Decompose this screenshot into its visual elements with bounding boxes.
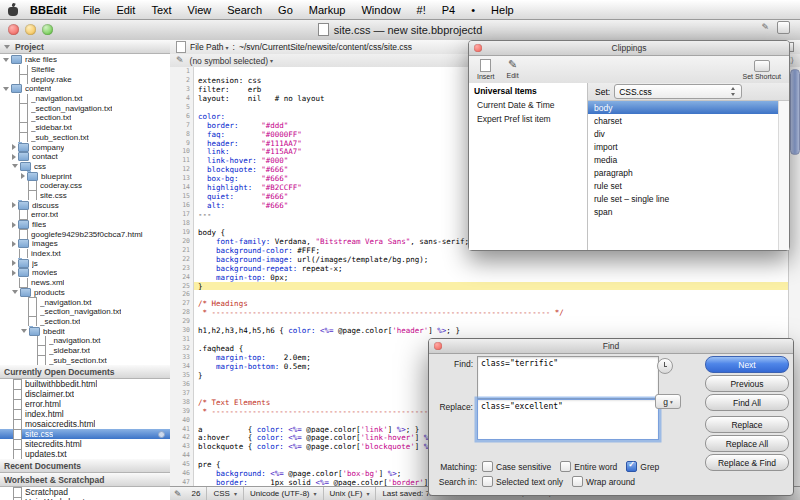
clipping-item-media[interactable]: media — [588, 153, 779, 166]
tree-item-googlefe9429b235f0cbca7-html[interactable]: googlefe9429b235f0cbca7.html — [0, 229, 170, 239]
apple-menu-icon[interactable] — [8, 3, 18, 16]
close-button[interactable] — [474, 44, 482, 52]
grep-patterns-button[interactable]: g▾ — [655, 394, 681, 409]
find-all-button[interactable]: Find All — [705, 394, 789, 411]
checkbox-checked-icon[interactable] — [626, 461, 637, 472]
worksheet-item-scratchpad[interactable]: Scratchpad — [0, 487, 170, 497]
tree-item-section-navigation-txt[interactable]: _section_navigation.txt — [0, 103, 170, 113]
line-endings-popup[interactable]: Unix (LF)▾ — [324, 487, 377, 500]
menu-item-search[interactable]: Search — [219, 0, 270, 19]
tree-item-sidebar-txt[interactable]: _sidebar.txt — [0, 123, 170, 133]
clippings-titlebar[interactable]: Clippings — [469, 41, 789, 56]
disclosure-closed-icon[interactable] — [21, 173, 25, 179]
checkbox-entire-word[interactable]: Entire word — [560, 461, 617, 472]
code-line-23[interactable]: background-repeat: repeat-x; — [194, 264, 789, 273]
open-document-index-html[interactable]: index.html — [0, 409, 170, 419]
menu-item-view[interactable]: View — [180, 0, 220, 19]
tree-item-rake-files[interactable]: rake files — [0, 55, 170, 65]
encoding-popup[interactable]: Unicode (UTF-8)▾ — [244, 487, 324, 500]
code-line-25[interactable]: } — [194, 282, 789, 291]
open-document-disclaimer-txt[interactable]: disclaimer.txt — [0, 389, 170, 399]
disclosure-open-icon[interactable] — [21, 329, 27, 333]
code-line-27[interactable]: /* Headings — [194, 299, 789, 308]
tree-item-site-css[interactable]: site.css — [0, 191, 170, 201]
close-button[interactable] — [434, 342, 442, 350]
recent-documents-header[interactable]: Recent Documents — [0, 459, 170, 473]
tree-item-contact[interactable]: contact — [0, 152, 170, 162]
tree-item-blueprint[interactable]: blueprint — [0, 171, 170, 181]
disclosure-closed-icon[interactable] — [12, 154, 16, 160]
clipping-item-charset[interactable]: charset — [588, 114, 779, 127]
clipping-item-paragraph[interactable]: paragraph — [588, 166, 779, 179]
open-document-builtwithbbedit-html[interactable]: builtwithbbedit.html — [0, 379, 170, 389]
code-line-22[interactable]: background-image: url(/images/template/b… — [194, 255, 789, 264]
disclosure-closed-icon[interactable] — [12, 222, 16, 228]
tree-item-discuss[interactable]: discuss — [0, 200, 170, 210]
open-document-mosaiccredits-html[interactable]: mosaiccredits.html — [0, 419, 170, 429]
set-shortcut-button[interactable]: Set Shortcut — [742, 58, 781, 80]
disclosure-open-icon[interactable] — [3, 58, 9, 62]
tree-item-movies[interactable]: movies — [0, 268, 170, 278]
clipping-item-rule-set[interactable]: rule set — [588, 179, 779, 192]
disclosure-open-icon[interactable] — [12, 164, 18, 168]
previous-button[interactable]: Previous — [705, 375, 789, 392]
clipping-item-import[interactable]: import — [588, 140, 779, 153]
project-section-header[interactable]: Project — [0, 40, 170, 54]
tree-item-coderay-css[interactable]: coderay.css — [0, 181, 170, 191]
language-popup[interactable]: CSS▾ — [207, 487, 243, 500]
tree-item-sub-section-txt[interactable]: _sub_section.txt — [0, 133, 170, 143]
replace-find-button[interactable]: Replace & Find — [705, 454, 789, 471]
open-document-sitecredits-html[interactable]: sitecredits.html — [0, 439, 170, 449]
toolbar-button-icon[interactable] — [777, 21, 790, 34]
tree-item-sub-section-txt[interactable]: _sub_section.txt — [0, 355, 170, 365]
open-document-updates-txt[interactable]: updates.txt — [0, 449, 170, 459]
edit-clipping-button[interactable]: ✎ Edit — [507, 58, 519, 79]
replace-button[interactable]: Replace — [705, 416, 789, 433]
menu-item-edit[interactable]: Edit — [108, 0, 143, 19]
insert-clipping-button[interactable]: Insert — [477, 58, 495, 80]
tree-item-section-txt[interactable]: _section.txt — [0, 317, 170, 327]
checkbox-grep[interactable]: Grep — [626, 461, 659, 472]
tree-item-navigation-txt[interactable]: _navigation.txt — [0, 94, 170, 104]
tree-item-index-txt[interactable]: index.txt — [0, 249, 170, 259]
tree-item-navigation-txt[interactable]: _navigation.txt — [0, 336, 170, 346]
menu-item-sym-9[interactable]: #! — [409, 0, 434, 19]
code-line-30[interactable]: h1,h2,h3,h4,h5,h6 { color: <%= @page.col… — [194, 326, 789, 335]
tree-item-news-xml[interactable]: news.xml — [0, 278, 170, 288]
clipping-item-rule-set-single-line[interactable]: rule set – single line — [588, 192, 779, 205]
clipping-set-popup[interactable]: CSS.css — [614, 84, 742, 99]
checkbox-case-sensitive[interactable]: Case sensitive — [482, 461, 551, 472]
find-titlebar[interactable]: Find — [429, 339, 793, 354]
clipping-item-expert-pref-list-item[interactable]: Expert Pref list item — [469, 112, 587, 126]
menu-item-file[interactable]: File — [75, 0, 109, 19]
checkbox-icon[interactable] — [482, 476, 493, 487]
disclosure-open-icon[interactable] — [12, 290, 18, 294]
clipping-item-current-date-time[interactable]: Current Date & Time — [469, 98, 587, 112]
checkbox-icon[interactable] — [560, 461, 571, 472]
menu-item-sym-11[interactable]: • — [463, 0, 483, 19]
menu-item-p4[interactable]: P4 — [434, 0, 463, 19]
code-line-24[interactable]: margin-top: 0px; — [194, 273, 789, 282]
code-line-26[interactable] — [194, 290, 789, 299]
clipping-item-span[interactable]: span — [588, 205, 779, 218]
next-button[interactable]: Next — [705, 356, 789, 373]
menu-item-help[interactable]: Help — [483, 0, 522, 19]
checkbox-wrap-around[interactable]: Wrap around — [572, 476, 635, 487]
menu-item-text[interactable]: Text — [143, 0, 179, 19]
tree-item-sidebar-txt[interactable]: _sidebar.txt — [0, 346, 170, 356]
disclosure-open-icon[interactable] — [3, 87, 9, 91]
tree-item-error-txt[interactable]: error.txt — [0, 210, 170, 220]
tree-item-section-navigation-txt[interactable]: _section_navigation.txt — [0, 307, 170, 317]
checkbox-selected-text-only[interactable]: Selected text only — [482, 476, 563, 487]
symbol-popup[interactable]: (no symbol selected)▾ — [190, 56, 273, 66]
open-document-error-html[interactable]: error.html — [0, 399, 170, 409]
replace-input[interactable]: class="excellent" — [477, 399, 659, 440]
tree-item-navigation-txt[interactable]: _navigation.txt — [0, 297, 170, 307]
tree-item-js[interactable]: js — [0, 258, 170, 268]
tree-item-files[interactable]: files — [0, 220, 170, 230]
replace-all-button[interactable]: Replace All — [705, 435, 789, 452]
window-titlebar[interactable]: site.css — new site.bbprojectd ✎ — [0, 19, 800, 41]
open-document-site-css[interactable]: site.css — [0, 429, 170, 439]
tree-item-content[interactable]: content — [0, 84, 170, 94]
search-history-button[interactable] — [657, 358, 673, 374]
